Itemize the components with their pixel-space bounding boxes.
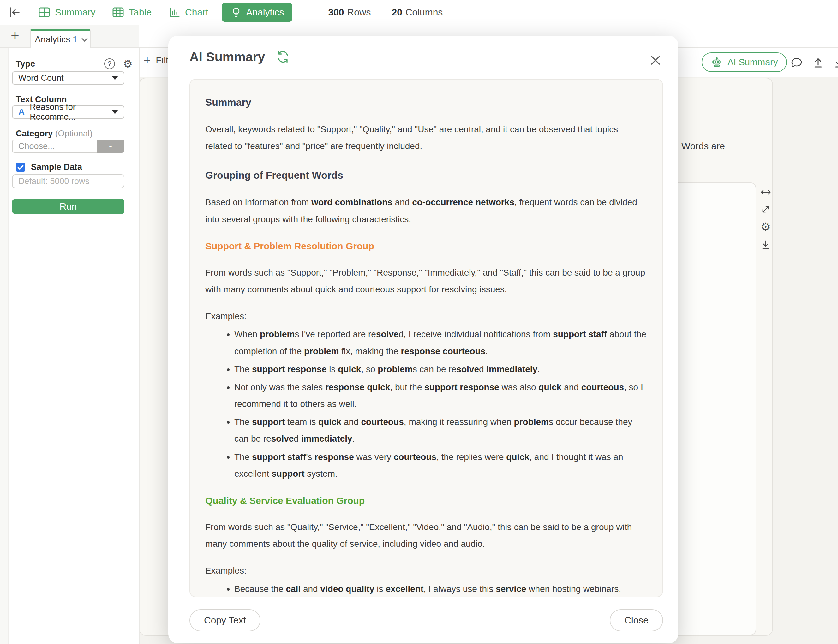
category-field: - (12, 140, 125, 153)
caret-down-icon (112, 76, 118, 80)
resize-horizontal-icon[interactable] (760, 186, 772, 198)
text-type-icon: A (18, 107, 25, 117)
group-heading-quality: Quality & Service Evaluation Group (205, 495, 647, 506)
chart-settings-icon[interactable]: ⚙ (760, 220, 772, 233)
type-label: Type (16, 59, 35, 69)
type-select[interactable]: Word Count (12, 71, 125, 85)
caret-down-icon (112, 110, 118, 114)
sample-data-label: Sample Data (31, 162, 82, 172)
table-icon (112, 6, 125, 19)
copy-text-button[interactable]: Copy Text (189, 609, 261, 631)
grouping-text: Based on information from word combinati… (205, 194, 647, 227)
tab-label: Analytics 1 (35, 34, 77, 44)
example-item: When problems I've reported are resolved… (234, 326, 647, 359)
summary-heading: Summary (205, 97, 647, 108)
sample-data-checkbox[interactable] (16, 163, 25, 172)
view-tab-label: Table (129, 7, 151, 18)
top-toolbar: Summary Table Chart Analytics 300Rows 20… (0, 0, 838, 25)
examples-label: Examples: (205, 308, 647, 325)
view-tab-analytics-active[interactable]: Analytics (222, 3, 292, 22)
analytics-sidebar: Type ? ⚙ Word Count Text Column A Reason… (9, 48, 140, 644)
group-description: From words such as "Support," "Problem,"… (205, 264, 647, 298)
example-item: The support staff's response was very co… (234, 449, 647, 482)
category-label: Category (Optional) (16, 129, 92, 139)
summary-grid-icon (38, 6, 51, 19)
download-icon[interactable] (832, 56, 838, 69)
view-tab-label: Summary (55, 7, 95, 18)
bar-chart-icon (168, 6, 181, 19)
sample-rows-input[interactable] (12, 174, 125, 188)
rows-count: 300Rows (328, 7, 371, 18)
summary-text: Overall, keywords related to "Support," … (205, 121, 647, 154)
run-button[interactable]: Run (12, 199, 125, 214)
text-column-select[interactable]: A Reasons for Recomme... (12, 105, 125, 119)
toolbar-divider (307, 5, 307, 20)
ai-summary-modal: AI Summary Summary Overall, keywords rel… (168, 36, 678, 643)
ai-summary-button[interactable]: AI Summary (702, 53, 787, 72)
share-up-icon[interactable] (812, 56, 825, 69)
gear-icon[interactable]: ⚙ (123, 58, 133, 70)
view-tab-label: Analytics (246, 7, 284, 18)
group-heading-support: Support & Problem Resolution Group (205, 241, 647, 251)
category-clear-button[interactable]: - (97, 140, 125, 153)
ai-summary-button-label: AI Summary (728, 57, 778, 67)
columns-count: 20Columns (392, 7, 443, 18)
lightbulb-icon (230, 6, 242, 18)
example-item: Because the call and video quality is ex… (234, 580, 647, 597)
add-analytics-tab-button[interactable]: + (11, 28, 19, 42)
close-icon[interactable] (649, 54, 662, 67)
refresh-icon[interactable] (275, 49, 291, 65)
examples-list: Because the call and video quality is ex… (205, 580, 647, 597)
type-select-value: Word Count (18, 73, 64, 83)
chevron-down-icon (82, 35, 88, 42)
close-button[interactable]: Close (610, 609, 663, 631)
partial-background-text: Words are (681, 141, 725, 151)
left-gutter (0, 48, 9, 644)
example-item: The support team is quick and courteous,… (234, 414, 647, 447)
text-column-value: Reasons for Recomme... (30, 102, 112, 122)
ai-summary-content: Summary Overall, keywords related to "Su… (189, 79, 663, 597)
examples-label: Examples: (205, 562, 647, 579)
example-item: The support response is quick, so proble… (234, 361, 647, 378)
tab-analytics-1[interactable]: Analytics 1 (30, 29, 90, 48)
examples-list: When problems I've reported are resolved… (205, 326, 647, 482)
comment-icon[interactable] (790, 56, 803, 69)
plus-icon: + (144, 54, 151, 66)
expand-diagonal-icon[interactable] (760, 203, 772, 215)
robot-icon (710, 56, 723, 69)
grouping-heading: Grouping of Frequent Words (205, 169, 647, 181)
group-description: From words such as "Quality," "Service,"… (205, 519, 647, 552)
view-tab-label: Chart (185, 7, 208, 18)
help-icon[interactable]: ? (104, 58, 115, 69)
collapse-sidebar-icon[interactable] (8, 5, 21, 19)
view-tab-summary[interactable]: Summary (38, 6, 95, 19)
view-tab-chart[interactable]: Chart (168, 6, 208, 19)
chart-tools: ⚙ (760, 186, 772, 251)
view-tab-table[interactable]: Table (112, 6, 151, 19)
example-item: Not only was the sales response quick, b… (234, 379, 647, 412)
category-input[interactable] (12, 140, 97, 153)
chart-download-icon[interactable] (760, 239, 772, 251)
modal-title: AI Summary (189, 49, 265, 64)
